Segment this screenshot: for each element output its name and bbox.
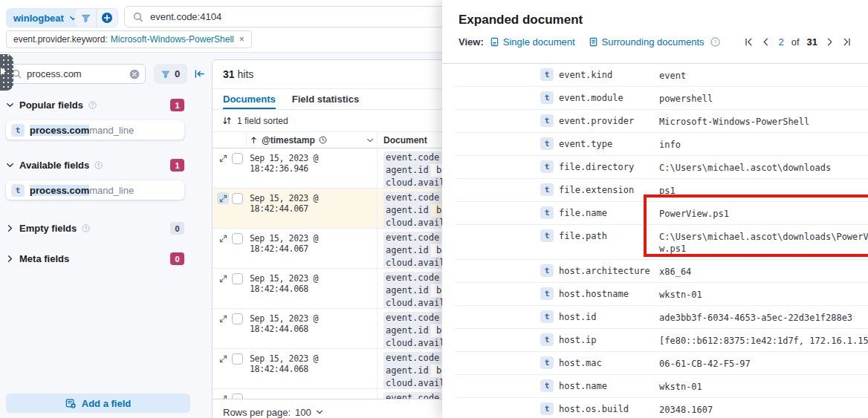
expand-document-button[interactable] xyxy=(213,189,229,228)
document-field-row: t event.provider Microsoft-Windows-Power… xyxy=(455,110,868,133)
sort-ascending-icon xyxy=(250,136,258,144)
available-fields-label: Available fields xyxy=(19,160,89,171)
field-name: event.provider xyxy=(559,116,659,126)
previous-page-button[interactable] xyxy=(761,37,771,47)
available-fields-section-header[interactable]: Available fields ? 1 xyxy=(6,159,184,172)
meta-fields-section-header[interactable]: Meta fields 0 xyxy=(6,252,184,265)
clear-search-icon[interactable] xyxy=(129,69,140,79)
row-checkbox[interactable] xyxy=(232,193,243,204)
document-fields-table: t event.kind event t event.module powers… xyxy=(442,63,868,418)
field-type-icon: t xyxy=(11,124,25,137)
saved-query-filter-button[interactable] xyxy=(75,9,96,27)
rows-per-page-label: Rows per page: xyxy=(223,407,291,418)
expand-document-button[interactable] xyxy=(213,269,229,308)
filter-pill-value: Microsoft-Windows-PowerShell xyxy=(111,34,234,45)
field-item-process-command-line[interactable]: t process.command_line xyxy=(6,120,184,140)
hits-count: 31 xyxy=(223,68,235,80)
field-value: Microsoft-Windows-PowerShell xyxy=(659,116,868,128)
expand-document-button[interactable] xyxy=(213,309,229,348)
index-pattern-selector[interactable]: winlogbeat xyxy=(6,8,85,27)
field-type-icon: t xyxy=(540,333,554,346)
expand-icon xyxy=(219,315,227,323)
fields-sidebar: process.com 0 Popular fields ? 1 t proce… xyxy=(0,53,211,418)
chevron-right-icon xyxy=(6,224,14,232)
field-name: host.os.build xyxy=(559,404,659,414)
column-menu-chevron-icon[interactable] xyxy=(366,137,374,144)
field-value: ps1 xyxy=(659,185,868,197)
field-value: C:\Users\michael.ascot\downloads xyxy=(659,162,868,174)
field-type-icon: t xyxy=(540,356,554,369)
chevron-down-icon xyxy=(6,101,14,109)
single-document-link[interactable]: Single document xyxy=(490,36,575,48)
row-checkbox[interactable] xyxy=(232,313,243,324)
popular-fields-section-header[interactable]: Popular fields ? 1 xyxy=(6,99,184,111)
field-type-icon: t xyxy=(540,137,554,150)
empty-fields-label: Empty fields xyxy=(19,223,77,234)
sorted-label: 1 field sorted xyxy=(237,116,288,126)
first-page-button[interactable] xyxy=(744,37,754,47)
field-item-process-command-line[interactable]: t process.command_line xyxy=(6,180,184,200)
row-timestamp: Sep 15, 2023 @ 18:42:44.067 xyxy=(246,189,378,228)
current-page-number: 2 xyxy=(778,36,783,48)
document-field-row: t event.type info xyxy=(455,133,868,156)
expand-document-button[interactable] xyxy=(213,229,229,268)
field-name: host.architecture xyxy=(559,266,659,276)
field-name: host.id xyxy=(559,312,659,322)
row-timestamp: Sep 15, 2023 @ 18:42:44.068 xyxy=(246,349,378,388)
remove-filter-icon[interactable]: × xyxy=(239,34,244,45)
filter-funnel-icon xyxy=(161,70,170,79)
last-page-button[interactable] xyxy=(842,37,852,47)
field-value: powershell xyxy=(659,93,868,105)
field-value: C:\Users\michael.ascot\downloads\PowerVi… xyxy=(659,231,868,255)
field-name: host.ip xyxy=(559,335,659,345)
filter-by-type-button[interactable]: 0 xyxy=(154,64,187,84)
add-filter-button[interactable] xyxy=(97,9,117,27)
filter-by-type-count: 0 xyxy=(175,68,180,79)
document-field-row: t host.architecture x86_64 xyxy=(455,260,868,283)
add-field-button[interactable]: Add a field xyxy=(6,393,190,413)
tab-documents[interactable]: Documents xyxy=(223,89,276,109)
row-checkbox[interactable] xyxy=(232,353,243,365)
document-field-row: t event.kind event xyxy=(455,64,868,87)
timestamp-column-header[interactable]: @timestamp xyxy=(246,132,378,148)
panel-resize-handle[interactable] xyxy=(0,54,13,91)
expand-icon xyxy=(219,355,227,363)
document-field-row: t host.id ade3bb3f-6034-4653-a5ec-22d3e1… xyxy=(455,306,868,329)
tab-field-statistics[interactable]: Field statistics xyxy=(292,89,359,109)
document-field-row: t host.ip [fe80::b612:8375:1e42:1d7f, 17… xyxy=(455,329,868,352)
collapse-sidebar-button[interactable] xyxy=(194,69,205,79)
field-type-icon: t xyxy=(540,287,554,300)
document-pager: 2 of 31 xyxy=(744,36,852,48)
chevron-down-icon xyxy=(316,408,323,416)
field-name: event.kind xyxy=(559,70,659,80)
hits-label: hits xyxy=(238,68,254,80)
row-checkbox[interactable] xyxy=(232,153,243,164)
field-name: event.type xyxy=(559,139,659,149)
timestamp-column-label: @timestamp xyxy=(262,135,315,146)
plus-circle-icon xyxy=(101,12,113,24)
surrounding-documents-link[interactable]: Surrounding documents xyxy=(589,36,705,48)
field-value: 06-61-CB-42-F5-97 xyxy=(659,358,868,370)
field-search-input[interactable]: process.com xyxy=(6,64,146,84)
filter-pill[interactable]: event.provider.keyword: Microsoft-Window… xyxy=(6,30,252,48)
expand-panel-arrow-icon xyxy=(1,68,6,75)
rows-per-page-button[interactable]: Rows per page: 100 xyxy=(223,407,323,418)
field-value: x86_64 xyxy=(659,266,868,278)
flyout-title: Expanded document xyxy=(442,0,868,27)
row-timestamp: Sep 15, 2023 @ 18:42:44.068 xyxy=(246,269,378,308)
expand-document-button[interactable] xyxy=(213,148,229,188)
document-field-row: t file.name PowerView.ps1 xyxy=(455,202,868,225)
next-page-button[interactable] xyxy=(825,37,835,47)
field-search-text: process.com xyxy=(27,68,124,79)
query-filter-controls xyxy=(74,8,118,27)
svg-text:?: ? xyxy=(91,102,94,108)
row-checkbox[interactable] xyxy=(232,273,243,284)
field-item-label: process.command_line xyxy=(30,185,134,196)
help-circle-icon[interactable]: ? xyxy=(710,37,720,47)
index-pattern-label: winlogbeat xyxy=(13,13,64,24)
field-value: [fe80::b612:8375:1e42:1d7f, 172.16.1.150… xyxy=(659,335,868,347)
empty-fields-section-header[interactable]: Empty fields ? 0 xyxy=(6,222,184,235)
add-field-icon xyxy=(65,398,76,408)
row-checkbox[interactable] xyxy=(232,233,243,244)
expand-document-button[interactable] xyxy=(213,349,229,388)
